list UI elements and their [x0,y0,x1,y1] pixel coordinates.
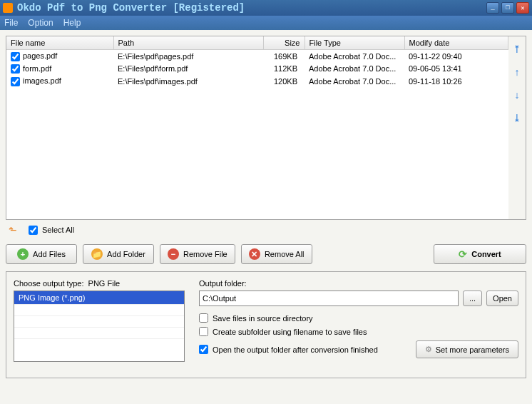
minimize-button[interactable]: _ [486,2,499,14]
col-path[interactable]: Path [113,36,263,50]
menu-option[interactable]: Option [28,18,53,28]
output-type-current: PNG File [88,279,121,288]
remove-file-button[interactable]: − Remove File [160,244,235,264]
add-files-button[interactable]: + Add Files [6,244,77,264]
save-source-checkbox[interactable] [199,313,208,323]
app-logo-icon [3,3,13,13]
file-list-panel: File name Path Size File Type Modify dat… [6,36,526,220]
table-row[interactable]: images.pdfE:\Files\pdf\images.pdf120KBAd… [6,75,508,88]
convert-button[interactable]: ⟳ Convert [434,244,526,264]
window-title: Okdo Pdf to Png Converter [Registered] [17,2,486,14]
browse-button[interactable]: ... [463,291,482,306]
remove-all-button[interactable]: ✕ Remove All [241,244,312,264]
move-bottom-icon[interactable]: ⤓ [511,112,523,123]
col-size[interactable]: Size [263,36,305,50]
output-folder-input[interactable] [199,291,459,306]
move-top-icon[interactable]: ⤒ [511,44,523,55]
open-after-label: Open the output folder after conversion … [213,345,378,354]
col-modify[interactable]: Modify date [404,36,508,50]
select-all-label: Select All [42,226,74,234]
maximize-button[interactable]: □ [501,2,514,14]
move-up-icon[interactable]: ↑ [511,66,523,78]
output-type-list[interactable]: PNG Image (*.png) [14,291,185,362]
col-filename[interactable]: File name [6,36,113,50]
up-level-icon[interactable]: ⬑ [9,224,17,236]
row-checkbox[interactable] [11,77,20,86]
plus-icon: + [17,248,29,260]
file-table: File name Path Size File Type Modify dat… [6,36,508,88]
row-checkbox[interactable] [11,52,20,61]
open-folder-button[interactable]: Open [486,291,518,306]
minus-icon: − [168,248,179,260]
menu-file[interactable]: File [4,18,18,28]
add-folder-button[interactable]: 📁 Add Folder [83,244,154,264]
open-after-checkbox[interactable] [199,345,208,354]
output-folder-label: Output folder: [199,279,518,288]
subfolder-label: Create subfolder using filename to save … [213,328,367,336]
select-all-checkbox[interactable] [29,226,38,235]
close-button[interactable]: ✕ [516,2,529,14]
output-type-label: Choose output type: [14,279,83,288]
menu-help[interactable]: Help [63,18,81,28]
set-parameters-button[interactable]: ⚙ Set more parameters [416,340,518,358]
move-down-icon[interactable]: ↓ [511,89,523,101]
subfolder-checkbox[interactable] [199,327,208,336]
col-filetype[interactable]: File Type [305,36,404,50]
save-source-label: Save files in source directory [213,314,313,323]
reorder-arrows: ⤒ ↑ ↓ ⤓ [508,36,526,219]
menubar: File Option Help [0,16,532,30]
gear-icon: ⚙ [425,345,432,354]
folder-icon: 📁 [91,248,103,260]
x-icon: ✕ [249,248,260,260]
titlebar: Okdo Pdf to Png Converter [Registered] _… [0,0,532,16]
row-checkbox[interactable] [11,64,20,74]
table-row[interactable]: pages.pdfE:\Files\pdf\pages.pdf169KBAdob… [6,50,508,63]
convert-icon: ⟳ [459,248,467,260]
table-row[interactable]: form.pdfE:\Files\pdf\form.pdf112KBAdobe … [6,63,508,76]
output-type-option[interactable]: PNG Image (*.png) [14,291,184,304]
